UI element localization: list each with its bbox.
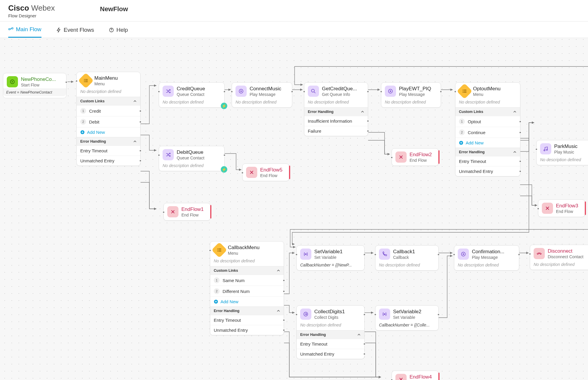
endflow1-title: EndFlow1 bbox=[181, 206, 204, 212]
add-new-link[interactable]: Add New bbox=[77, 127, 140, 137]
error-entry-timeout[interactable]: Entry Timeout bbox=[77, 146, 140, 156]
node-endflow4[interactable]: EndFlow4End Flow bbox=[392, 371, 439, 380]
svg-point-10 bbox=[546, 149, 547, 150]
error-unmatched[interactable]: Unmatched Entry bbox=[297, 349, 364, 359]
variable-icon bbox=[379, 309, 390, 320]
node-creditqueue[interactable]: CreditQueueQueue Contact No description … bbox=[159, 82, 225, 108]
setvar2-title: SetVariable2 bbox=[393, 309, 421, 315]
node-endflow5[interactable]: EndFlow5End Flow bbox=[242, 164, 289, 181]
app-subtitle: Flow Designer bbox=[8, 13, 580, 18]
tab-events-label: Event Flows bbox=[64, 27, 94, 33]
chevron-up-icon bbox=[277, 269, 280, 272]
section-error-handling[interactable]: Error Handling bbox=[210, 306, 284, 315]
bolt-icon bbox=[56, 27, 61, 33]
node-mainmenu[interactable]: MainMenuMenu No description defined Cust… bbox=[76, 72, 141, 166]
collectdigits-sub: Collect Digits bbox=[314, 315, 345, 320]
link-debit[interactable]: 2Debit bbox=[77, 116, 140, 127]
node-disconnect[interactable]: DisconnectDisconnect Contact No descript… bbox=[530, 245, 588, 270]
bolt-badge-icon: ⚡ bbox=[221, 103, 227, 109]
parkmusic-title: ParkMusic bbox=[554, 144, 577, 149]
svg-rect-0 bbox=[9, 29, 10, 30]
chevron-up-icon bbox=[513, 110, 517, 114]
canvas[interactable]: NewPhoneCo...Start Flow Event = NewPhone… bbox=[0, 35, 588, 380]
link-continue[interactable]: 2Continue bbox=[455, 127, 520, 138]
section-error-handling[interactable]: Error Handling bbox=[77, 137, 140, 146]
setvar1-sub: Set Variable bbox=[314, 255, 343, 260]
section-error-handling[interactable]: Error Handling bbox=[297, 330, 364, 339]
node-parkmusic[interactable]: ParkMusicPlay Music No description defin… bbox=[536, 140, 588, 165]
node-callbackmenu[interactable]: CallbackMenuMenu No description defined … bbox=[210, 241, 284, 335]
node-getcreditqueue[interactable]: GetCreditQue...Get Queue Info No descrip… bbox=[304, 82, 368, 136]
error-entry-timeout[interactable]: Entry Timeout bbox=[210, 315, 284, 325]
section-error-handling[interactable]: Error Handling bbox=[304, 107, 368, 116]
chevron-up-icon bbox=[133, 140, 137, 143]
error-unmatched[interactable]: Unmatched Entry bbox=[210, 325, 284, 335]
error-unmatched[interactable]: Unmatched Entry bbox=[77, 156, 140, 166]
node-start-newphonecontact[interactable]: NewPhoneCo...Start Flow Event = NewPhone… bbox=[3, 73, 66, 98]
link-optout[interactable]: 1Optout bbox=[455, 116, 520, 127]
node-endflow3[interactable]: EndFlow3End Flow bbox=[538, 199, 585, 217]
node-setvariable2[interactable]: SetVariable2Set Variable CallbackNumber … bbox=[375, 305, 439, 331]
close-icon bbox=[395, 151, 407, 163]
node-collectdigits[interactable]: CollectDigits1Collect Digits No descript… bbox=[296, 305, 365, 359]
close-icon bbox=[246, 167, 257, 178]
node-connectmusic[interactable]: ConnectMusicPlay Message No description … bbox=[232, 82, 292, 108]
link-different-num[interactable]: 2Different Num bbox=[210, 286, 284, 296]
link-same-num[interactable]: 1Same Num bbox=[210, 275, 284, 286]
connectmusic-title: ConnectMusic bbox=[250, 86, 281, 92]
svg-point-9 bbox=[544, 150, 545, 151]
node-debitqueue[interactable]: DebitQueueQueue Contact No description d… bbox=[159, 146, 225, 171]
add-new-link[interactable]: Add New bbox=[210, 296, 284, 306]
node-playewt[interactable]: PlayEWT_PIQPlay Message No description d… bbox=[381, 82, 441, 108]
error-entry-timeout[interactable]: Entry Timeout bbox=[455, 156, 520, 166]
collectdigits-desc: No description defined bbox=[297, 323, 364, 330]
svg-rect-1 bbox=[12, 28, 13, 29]
setvar2-sub: Set Variable bbox=[393, 315, 421, 320]
playewt-sub: Play Message bbox=[399, 92, 431, 97]
close-icon bbox=[395, 374, 407, 380]
chevron-up-icon bbox=[361, 110, 364, 114]
parkmusic-desc: No description defined bbox=[537, 157, 588, 165]
node-confirmation[interactable]: Confirmation...Play Message No descripti… bbox=[454, 245, 519, 271]
add-new-link[interactable]: Add New bbox=[455, 138, 520, 148]
plus-icon bbox=[80, 130, 85, 134]
setvar1-title: SetVariable1 bbox=[314, 249, 343, 255]
error-unmatched[interactable]: Unmatched Entry bbox=[455, 166, 520, 176]
endflow5-sub: End Flow bbox=[260, 173, 283, 178]
callbackmenu-sub: Menu bbox=[228, 251, 260, 256]
getcredit-title: GetCreditQue... bbox=[322, 86, 357, 92]
section-custom-links[interactable]: Custom Links bbox=[210, 266, 284, 275]
section-custom-links[interactable]: Custom Links bbox=[77, 97, 140, 105]
optout-desc: No description defined bbox=[455, 100, 520, 107]
menu-icon bbox=[457, 83, 472, 99]
parkmusic-sub: Play Music bbox=[554, 150, 577, 154]
endflow1-sub: End Flow bbox=[181, 213, 204, 217]
app-header: Cisco Webex Flow Designer NewFlow bbox=[0, 0, 588, 21]
brand-light: Webex bbox=[31, 4, 55, 12]
variable-icon bbox=[300, 249, 311, 260]
play-icon bbox=[458, 249, 469, 260]
section-custom-links[interactable]: Custom Links bbox=[455, 107, 520, 116]
play-icon bbox=[385, 86, 396, 97]
search-icon bbox=[308, 86, 319, 97]
node-setvariable1[interactable]: SetVariable1Set Variable CallbackNumber … bbox=[296, 245, 365, 271]
svg-point-6 bbox=[311, 89, 314, 92]
node-endflow1[interactable]: EndFlow1End Flow bbox=[163, 203, 211, 221]
mainmenu-title: MainMenu bbox=[94, 75, 118, 81]
flow-name: NewFlow bbox=[100, 5, 128, 13]
error-insufficient[interactable]: Insufficient Information bbox=[304, 116, 368, 126]
node-endflow2[interactable]: EndFlow2End Flow bbox=[392, 148, 439, 166]
optout-sub: Menu bbox=[473, 92, 501, 97]
error-failure[interactable]: Failure bbox=[304, 126, 368, 136]
callbackmenu-desc: No description defined bbox=[210, 259, 284, 266]
error-entry-timeout[interactable]: Entry Timeout bbox=[297, 339, 364, 349]
section-error-handling[interactable]: Error Handling bbox=[455, 148, 520, 156]
endflow3-sub: End Flow bbox=[556, 209, 578, 214]
music-icon bbox=[540, 143, 551, 154]
node-callback1[interactable]: Callback1Callback No description defined bbox=[375, 245, 439, 271]
node-optoutmenu[interactable]: OptoutMenuMenu No description defined Cu… bbox=[455, 82, 520, 176]
start-expr: Event = NewPhoneContact bbox=[3, 89, 66, 96]
callback1-sub: Callback bbox=[393, 255, 415, 260]
link-credit[interactable]: 1Credit bbox=[77, 105, 140, 116]
disconnect-desc: No description defined bbox=[530, 262, 588, 270]
